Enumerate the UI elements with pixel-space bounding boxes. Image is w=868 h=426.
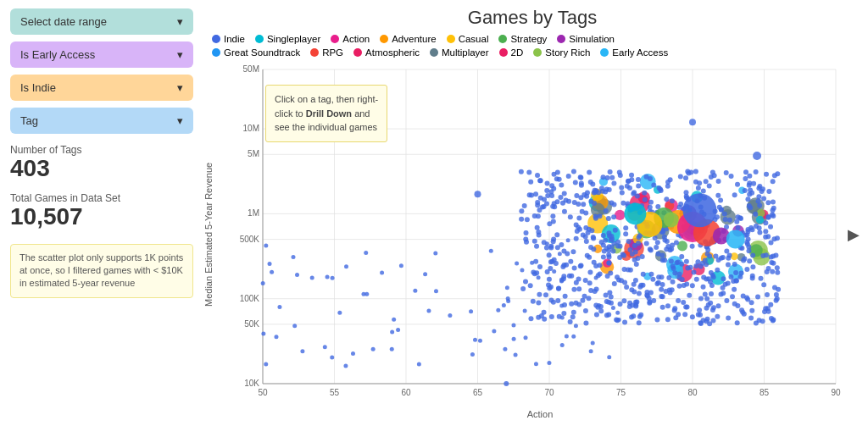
sidebar: Select date range ▾ Is Early Access ▾ Is… [0, 0, 203, 426]
indie-arrow: ▾ [177, 81, 183, 94]
legend-item-atmospheric[interactable]: Atmospheric [353, 47, 420, 58]
legend-dot [353, 48, 362, 57]
chart-container: Click on a tag, then right- click to Dri… [219, 61, 861, 407]
note-text: The scatter plot only supports 1K points… [19, 252, 183, 289]
legend-item-simulation[interactable]: Simulation [557, 34, 615, 44]
legend-dot [331, 35, 339, 43]
legend-item-early-access[interactable]: Early Access [600, 47, 668, 58]
legend-item-multiplayer[interactable]: Multiplayer [430, 47, 489, 58]
tag-arrow: ▾ [177, 114, 183, 127]
date-range-arrow: ▾ [177, 15, 183, 28]
legend-item-casual[interactable]: Casual [447, 34, 489, 44]
indie-label: Is Indie [20, 81, 56, 94]
legend-item-2d[interactable]: 2D [499, 47, 524, 58]
early-access-arrow: ▾ [177, 48, 183, 61]
legend-dot [212, 48, 220, 57]
legend-item-strategy[interactable]: Strategy [498, 34, 547, 44]
legend-item-singleplayer[interactable]: Singleplayer [255, 34, 320, 44]
legend-item-rpg[interactable]: RPG [310, 47, 343, 58]
tooltip-hint: Click on a tag, then right- click to Dri… [265, 85, 387, 142]
num-tags-value: 403 [10, 156, 193, 182]
nav-arrow[interactable]: ▶ [848, 225, 860, 244]
total-games-label: Total Games in Data Set [10, 192, 193, 204]
legend-item-adventure[interactable]: Adventure [380, 34, 436, 44]
chart-wrapper: Median Estimated 5-Year Revenue Click on… [203, 61, 861, 407]
legend-dot [430, 48, 438, 57]
legend-dot [533, 48, 542, 57]
legend-item-great-soundtrack[interactable]: Great Soundtrack [212, 47, 300, 58]
legend-dot [600, 48, 609, 57]
legend-dot [380, 35, 388, 43]
legend-dot [310, 48, 319, 57]
legend-item-indie[interactable]: Indie [212, 34, 245, 44]
legend-dot [212, 35, 220, 43]
num-tags-label: Number of Tags [10, 144, 193, 156]
legend-dot [498, 35, 507, 43]
early-access-filter[interactable]: Is Early Access ▾ [10, 41, 193, 68]
legend-item-action[interactable]: Action [331, 34, 370, 44]
num-tags-block: Number of Tags 403 [10, 144, 193, 182]
legend-dot [447, 35, 455, 43]
legend-item-story-rich[interactable]: Story Rich [533, 47, 590, 58]
legend-dot [557, 35, 565, 43]
date-range-label: Select date range [20, 15, 107, 28]
indie-filter[interactable]: Is Indie ▾ [10, 75, 193, 101]
legend-dot [255, 35, 264, 43]
y-axis-label: Median Estimated 5-Year Revenue [203, 61, 219, 407]
legend: IndieSingleplayerActionAdventureCasualSt… [203, 34, 861, 61]
total-games-value: 10,507 [10, 204, 193, 230]
legend-dot [499, 48, 508, 57]
note-box: The scatter plot only supports 1K points… [10, 244, 193, 298]
x-axis-label: Action [203, 409, 861, 419]
early-access-label: Is Early Access [20, 48, 95, 61]
tag-filter[interactable]: Tag ▾ [10, 108, 193, 134]
date-range-filter[interactable]: Select date range ▾ [10, 8, 193, 35]
tag-label: Tag [20, 114, 38, 127]
main-area: Games by Tags IndieSingleplayerActionAdv… [203, 0, 868, 426]
chart-title: Games by Tags [203, 7, 861, 29]
total-games-block: Total Games in Data Set 10,507 [10, 192, 193, 230]
